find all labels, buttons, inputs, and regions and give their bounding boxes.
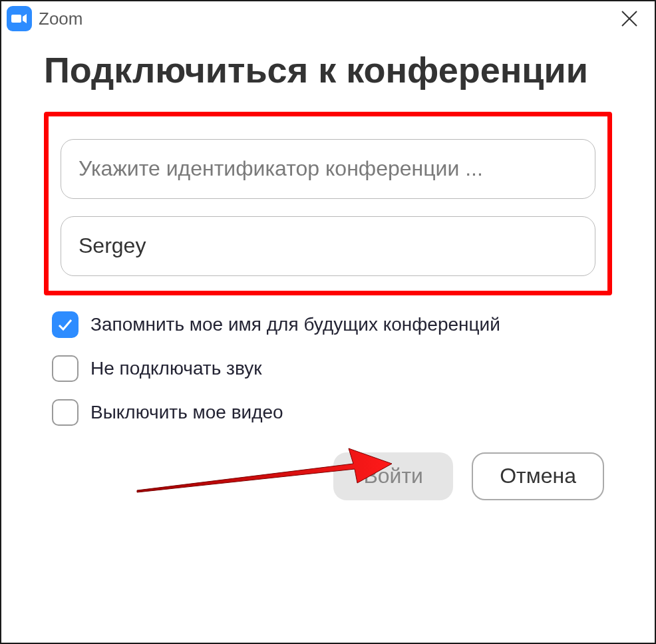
checkmark-icon — [57, 316, 74, 333]
svg-rect-0 — [11, 15, 21, 23]
checkbox-no-video-label: Выключить мое видео — [90, 402, 283, 423]
titlebar: Zoom — [1, 1, 655, 36]
dialog-buttons: Войти Отмена — [44, 452, 612, 500]
dialog-heading: Подключиться к конференции — [44, 48, 612, 93]
close-button[interactable] — [616, 5, 643, 32]
zoom-logo-icon — [7, 6, 32, 31]
checkbox-no-video[interactable] — [52, 399, 79, 426]
checkbox-no-audio-label: Не подключать звук — [90, 358, 261, 379]
cancel-button[interactable]: Отмена — [472, 452, 604, 500]
checkbox-no-video-row: Выключить мое видео — [44, 399, 612, 426]
window-title: Zoom — [39, 9, 82, 29]
close-icon — [619, 9, 639, 29]
annotation-highlight-box — [44, 112, 612, 295]
checkbox-no-audio[interactable] — [52, 355, 79, 382]
dialog-content: Подключиться к конференции Запомнить мое… — [1, 36, 655, 500]
checkbox-remember-name-label: Запомнить мое имя для будущих конференци… — [90, 314, 500, 335]
checkbox-no-audio-row: Не подключать звук — [44, 355, 612, 382]
titlebar-left: Zoom — [7, 6, 82, 31]
zoom-join-dialog: Zoom Подключиться к конференции Запомнит… — [0, 0, 656, 644]
checkbox-remember-name-row: Запомнить мое имя для будущих конференци… — [44, 311, 612, 338]
checkbox-remember-name[interactable] — [52, 311, 79, 338]
meeting-id-input[interactable] — [61, 139, 595, 199]
join-button[interactable]: Войти — [333, 452, 453, 500]
display-name-input[interactable] — [61, 216, 595, 276]
